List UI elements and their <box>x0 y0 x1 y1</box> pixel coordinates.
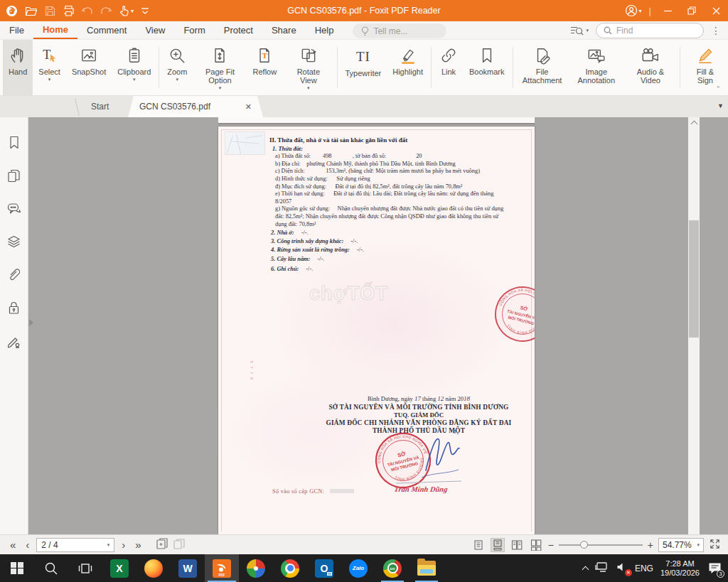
reflow-button[interactable]: T Reflow <box>247 40 283 95</box>
tab-start[interactable]: Start <box>77 96 123 117</box>
duplicate-page-button[interactable] <box>173 537 186 552</box>
scrollbar-thumb[interactable] <box>689 220 699 338</box>
taskbar-color-ball-app[interactable] <box>239 554 273 582</box>
first-page-button[interactable]: « <box>7 539 18 551</box>
page-fit-dropdown-caret[interactable]: ▾ <box>219 85 222 91</box>
new-tab-page-button[interactable] <box>156 537 168 552</box>
page-fit-option-button[interactable]: Page Fit Option ▾ <box>193 40 247 95</box>
security-panel-button[interactable] <box>8 301 20 318</box>
zoom-in-button[interactable]: + <box>648 539 653 551</box>
fill-sign-button[interactable]: Fill & Sign <box>682 40 728 95</box>
taskbar-foxit[interactable]: PDF <box>205 554 239 582</box>
taskbar-file-explorer[interactable] <box>410 554 444 582</box>
typewriter-button[interactable]: TI Typewriter <box>339 40 387 95</box>
menu-home[interactable]: Home <box>33 21 77 39</box>
zoom-dropdown-caret[interactable]: ▾ <box>176 77 179 82</box>
touch-mode-button[interactable]: ▾ <box>119 3 134 18</box>
comments-panel-button[interactable] <box>7 203 21 218</box>
taskbar-chrome[interactable] <box>273 554 307 582</box>
menu-file[interactable]: File <box>0 21 33 39</box>
pdf-page[interactable]: II. Thửa đất, nhà ở và tài sản khác gắn … <box>218 126 535 534</box>
menu-help[interactable]: Help <box>306 21 343 39</box>
fullscreen-button[interactable] <box>709 538 721 552</box>
page-number-box[interactable]: 2 / 4 ▾ <box>36 538 114 552</box>
snapshot-button[interactable]: SnapShot <box>66 40 112 95</box>
facing-view-button[interactable] <box>510 538 524 552</box>
previous-page-button[interactable]: ‹ <box>23 539 32 551</box>
menu-comment[interactable]: Comment <box>77 21 136 39</box>
language-indicator[interactable]: ENG <box>635 564 653 573</box>
select-tool-button[interactable]: T Select ▾ <box>33 40 66 95</box>
single-page-view-button[interactable] <box>471 538 486 552</box>
attachments-panel-button[interactable] <box>8 268 20 284</box>
zoom-button[interactable]: Zoom ▾ <box>161 40 193 95</box>
pages-panel-button[interactable] <box>7 169 21 185</box>
taskbar-clock[interactable]: 7:28 AM 19/03/2026 <box>660 559 700 578</box>
zoom-level-box[interactable]: 54.77% ▾ <box>658 538 704 552</box>
print-button[interactable] <box>63 3 75 18</box>
volume-muted-icon[interactable]: ✕ <box>616 562 628 575</box>
bookmarks-panel-button[interactable] <box>8 136 21 152</box>
tell-me-box[interactable]: Tell me... <box>353 23 446 38</box>
customize-quick-access-button[interactable] <box>141 3 149 18</box>
vertical-scrollbar[interactable] <box>688 117 700 534</box>
find-input[interactable] <box>616 26 687 36</box>
link-button[interactable]: Link <box>434 40 464 95</box>
zoom-slider-thumb[interactable] <box>580 541 588 549</box>
zoom-level-caret[interactable]: ▾ <box>697 542 700 548</box>
signature-panel-button[interactable] <box>7 335 21 351</box>
redo-button[interactable] <box>100 3 112 18</box>
tab-list-caret[interactable]: ▼ <box>717 102 724 109</box>
clipboard-button[interactable]: Clipboard ▾ <box>112 40 156 95</box>
scroll-up-button[interactable] <box>688 117 700 129</box>
facing-continuous-view-button[interactable] <box>529 538 543 552</box>
taskbar-word[interactable]: W <box>171 554 205 582</box>
minimize-button[interactable] <box>655 0 680 21</box>
action-center-button[interactable]: 3 <box>707 561 722 576</box>
taskbar-outlook[interactable]: O <box>307 554 341 582</box>
taskbar-coccoc[interactable]: co <box>375 554 410 582</box>
start-button[interactable] <box>0 554 34 582</box>
undo-button[interactable] <box>82 3 93 18</box>
audio-video-button[interactable]: Audio & Video <box>623 40 678 95</box>
taskbar-zalo[interactable]: Zalo <box>341 554 375 582</box>
account-button[interactable]: ▾ <box>625 3 642 18</box>
zoom-slider[interactable] <box>559 544 643 546</box>
hand-tool-button[interactable]: Hand <box>3 40 33 95</box>
advanced-search-button[interactable]: ▾ <box>570 25 589 36</box>
collapse-toolbar-button[interactable]: ⌃ <box>715 85 721 92</box>
close-button[interactable] <box>704 0 728 21</box>
image-annotation-button[interactable]: Image Annotation <box>569 40 623 95</box>
tab-close-icon[interactable]: ✕ <box>245 102 252 112</box>
select-dropdown-caret[interactable]: ▾ <box>48 77 51 82</box>
task-view-button[interactable] <box>68 554 102 582</box>
menu-protect[interactable]: Protect <box>215 21 262 39</box>
taskbar-firefox[interactable] <box>136 554 171 582</box>
menu-form[interactable]: Form <box>174 21 214 39</box>
bookmark-button[interactable]: Bookmark <box>464 40 510 95</box>
taskbar-excel[interactable]: X <box>102 554 136 582</box>
rotate-view-dropdown-caret[interactable]: ▾ <box>307 85 310 91</box>
restore-button[interactable] <box>680 0 704 21</box>
document-view[interactable]: II. Thửa đất, nhà ở và tài sản khác gắn … <box>28 117 717 534</box>
rotate-view-button[interactable]: Rotate View ▾ <box>282 40 334 95</box>
save-button[interactable] <box>45 3 55 18</box>
file-attachment-button[interactable]: File Attachment <box>515 40 569 95</box>
zoom-out-button[interactable]: − <box>548 539 554 551</box>
layers-panel-button[interactable] <box>7 235 21 251</box>
highlight-button[interactable]: Highlight <box>387 40 429 95</box>
page-number-caret[interactable]: ▾ <box>107 542 110 548</box>
continuous-view-button[interactable] <box>491 538 505 552</box>
last-page-button[interactable]: » <box>132 539 144 551</box>
more-options-button[interactable]: ⋮ <box>711 25 721 36</box>
find-box[interactable] <box>596 23 704 38</box>
menu-share[interactable]: Share <box>262 21 306 39</box>
network-icon[interactable] <box>595 561 609 576</box>
tab-document[interactable]: GCN CS03576.pdf ✕ <box>128 96 263 117</box>
taskbar-search-button[interactable] <box>34 554 68 582</box>
clipboard-dropdown-caret[interactable]: ▾ <box>133 77 136 82</box>
tray-expand-chevron[interactable] <box>582 566 589 573</box>
open-file-button[interactable] <box>25 3 38 18</box>
menu-view[interactable]: View <box>136 21 174 39</box>
next-page-button[interactable]: › <box>119 539 128 551</box>
